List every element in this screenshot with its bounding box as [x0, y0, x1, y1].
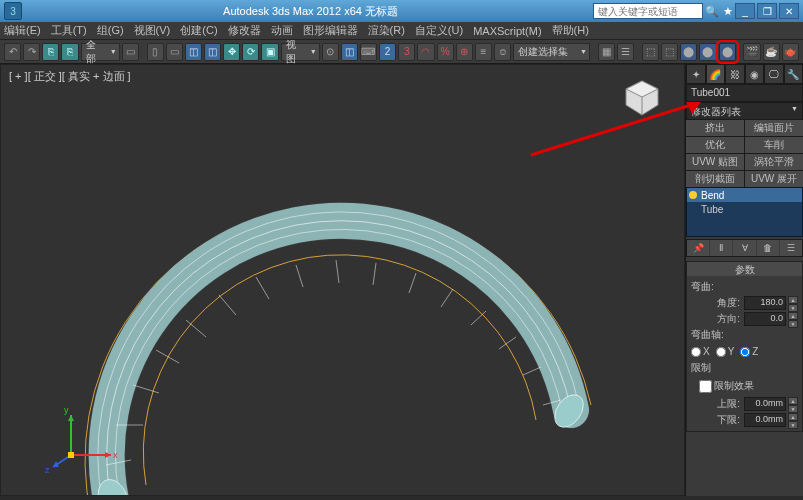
axis-x-radio[interactable]: X	[691, 346, 710, 357]
btn-turbosmooth[interactable]: 涡轮平滑	[745, 154, 803, 170]
btn-edit-patch[interactable]: 编辑面片	[745, 120, 803, 136]
modify-tab[interactable]: 🌈	[706, 64, 726, 84]
menu-rendering[interactable]: 渲染(R)	[368, 23, 405, 38]
pin-stack-button[interactable]: 📌	[687, 240, 709, 256]
selection-filter-combo[interactable]: 全部	[81, 43, 120, 61]
select-rotate-button[interactable]: ⟳	[242, 43, 259, 61]
viewport[interactable]: [ + ][ 正交 ][ 真实 + 边面 ]	[0, 64, 685, 496]
rollout-header[interactable]: 参数	[687, 262, 802, 276]
snap-2d-button[interactable]: 2	[379, 43, 396, 61]
modifier-stack[interactable]: Bend Tube	[686, 187, 803, 237]
mirror-button[interactable]: ⎊	[494, 43, 511, 61]
restore-button[interactable]: ❐	[757, 3, 777, 19]
bulb-icon[interactable]	[689, 191, 697, 199]
edit-named-sel-button[interactable]: ≡	[475, 43, 492, 61]
lower-up[interactable]: ▲	[788, 413, 798, 421]
limit-section-label: 限制	[691, 361, 798, 375]
btn-extrude[interactable]: 挤出	[686, 120, 744, 136]
upper-limit-spinner[interactable]: 0.0mm	[744, 397, 786, 411]
link-button[interactable]: ⎘	[42, 43, 59, 61]
curve-editor-button[interactable]: ⬚	[642, 43, 659, 61]
angle-down[interactable]: ▼	[788, 304, 798, 312]
use-pivot-button[interactable]: ⊙	[322, 43, 339, 61]
upper-up[interactable]: ▲	[788, 397, 798, 405]
angle-snap-button[interactable]: ◠	[417, 43, 434, 61]
utilities-tab[interactable]: 🔧	[784, 64, 804, 84]
direction-spinner[interactable]: 0.0	[744, 312, 786, 326]
ref-coord-combo[interactable]: 视图	[281, 43, 320, 61]
named-selection-combo[interactable]: 创建选择集	[513, 43, 590, 61]
axis-y-radio[interactable]: Y	[716, 346, 735, 357]
display-tab[interactable]: 🖵	[764, 64, 784, 84]
lower-limit-spinner[interactable]: 0.0mm	[744, 413, 786, 427]
dir-down[interactable]: ▼	[788, 320, 798, 328]
angle-spinner[interactable]: 180.0	[744, 296, 786, 310]
upper-down[interactable]: ▼	[788, 405, 798, 413]
btn-slice[interactable]: 剖切截面	[686, 171, 744, 187]
select-move-button[interactable]: ✥	[223, 43, 240, 61]
show-end-result-button[interactable]: Ⅱ	[710, 240, 732, 256]
hierarchy-tab[interactable]: ⛓	[725, 64, 745, 84]
favorite-icon[interactable]: ★	[723, 5, 733, 18]
layer-manager-button[interactable]: ☰	[617, 43, 634, 61]
material-editor-button[interactable]: ⬤	[680, 43, 697, 61]
stack-item-bend[interactable]: Bend	[687, 188, 802, 202]
render-production-button[interactable]: 🎬	[743, 43, 760, 61]
align-button[interactable]: ▦	[598, 43, 615, 61]
undo-button[interactable]: ↶	[4, 43, 21, 61]
unlink-button[interactable]: ⎘	[61, 43, 78, 61]
spinner-snap-button[interactable]: ⊕	[456, 43, 473, 61]
app-icon[interactable]: 3	[4, 2, 22, 20]
select-object-button[interactable]: ▭	[122, 43, 139, 61]
percent-snap-button[interactable]: %	[437, 43, 454, 61]
snap-3d-button[interactable]: 3	[398, 43, 415, 61]
btn-lathe[interactable]: 车削	[745, 137, 803, 153]
make-unique-button[interactable]: ∀	[733, 240, 755, 256]
menu-customize[interactable]: 自定义(U)	[415, 23, 463, 38]
menu-edit[interactable]: 编辑(E)	[4, 23, 41, 38]
render-setup-button[interactable]: ⬤	[699, 43, 716, 61]
schematic-view-button[interactable]: ⬚	[661, 43, 678, 61]
menu-help[interactable]: 帮助(H)	[552, 23, 589, 38]
axis-gizmo[interactable]: x y z	[41, 395, 121, 475]
limit-effect-checkbox[interactable]: 限制效果	[691, 377, 798, 395]
menu-graph-editors[interactable]: 图形编辑器	[303, 23, 358, 38]
btn-optimize[interactable]: 优化	[686, 137, 744, 153]
select-scale-button[interactable]: ▣	[261, 43, 278, 61]
window-crossing-button[interactable]: ◫	[204, 43, 221, 61]
axis-z-radio[interactable]: Z	[740, 346, 758, 357]
dir-up[interactable]: ▲	[788, 312, 798, 320]
menu-views[interactable]: 视图(V)	[134, 23, 171, 38]
select-by-name-button[interactable]: ▭	[166, 43, 183, 61]
menu-create[interactable]: 创建(C)	[180, 23, 217, 38]
menu-animation[interactable]: 动画	[271, 23, 293, 38]
select-button[interactable]: ▯	[147, 43, 164, 61]
btn-uvw-unwrap[interactable]: UVW 展开	[745, 171, 803, 187]
modifier-list-combo[interactable]: 修改器列表	[686, 102, 803, 120]
object-name-field[interactable]: Tube001	[686, 84, 803, 102]
rendered-frame-button[interactable]: ⬤	[719, 43, 736, 61]
help-search-input[interactable]	[593, 3, 703, 19]
close-button[interactable]: ✕	[779, 3, 799, 19]
menu-tools[interactable]: 工具(T)	[51, 23, 87, 38]
remove-modifier-button[interactable]: 🗑	[757, 240, 779, 256]
svg-line-12	[336, 260, 339, 283]
keyboard-shortcut-button[interactable]: ⌨	[360, 43, 377, 61]
stack-item-tube[interactable]: Tube	[687, 202, 802, 216]
menu-maxscript[interactable]: MAXScript(M)	[473, 25, 541, 37]
teapot-button[interactable]: 🫖	[782, 43, 799, 61]
redo-button[interactable]: ↷	[23, 43, 40, 61]
create-tab[interactable]: ✦	[686, 64, 706, 84]
configure-sets-button[interactable]: ☰	[780, 240, 802, 256]
menu-modifiers[interactable]: 修改器	[228, 23, 261, 38]
minimize-button[interactable]: _	[735, 3, 755, 19]
lower-down[interactable]: ▼	[788, 421, 798, 429]
motion-tab[interactable]: ◉	[745, 64, 765, 84]
select-manipulate-button[interactable]: ◫	[341, 43, 358, 61]
select-region-button[interactable]: ◫	[185, 43, 202, 61]
angle-up[interactable]: ▲	[788, 296, 798, 304]
menu-group[interactable]: 组(G)	[97, 23, 124, 38]
render-iterative-button[interactable]: ☕	[763, 43, 780, 61]
btn-uvw-map[interactable]: UVW 贴图	[686, 154, 744, 170]
search-icon[interactable]: 🔍	[705, 5, 719, 18]
